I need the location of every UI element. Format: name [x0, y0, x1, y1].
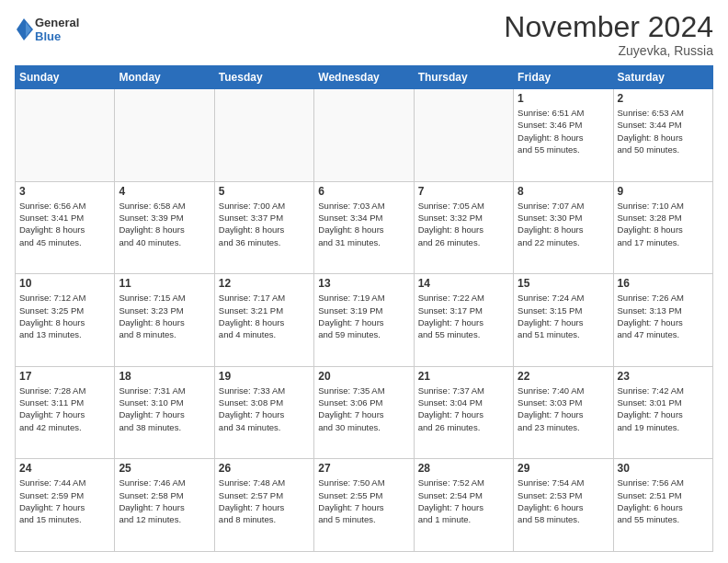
calendar-cell: 6Sunrise: 7:03 AM Sunset: 3:34 PM Daylig…: [314, 181, 414, 274]
calendar-cell: 7Sunrise: 7:05 AM Sunset: 3:32 PM Daylig…: [414, 181, 513, 274]
day-info: Sunrise: 7:44 AM Sunset: 2:59 PM Dayligh…: [19, 477, 110, 525]
day-number: 8: [518, 185, 609, 198]
page: General Blue November 2024 Zuyevka, Russ…: [0, 0, 728, 563]
day-info: Sunrise: 7:37 AM Sunset: 3:04 PM Dayligh…: [418, 385, 509, 433]
weekday-header-sunday: Sunday: [16, 66, 115, 89]
day-info: Sunrise: 7:03 AM Sunset: 3:34 PM Dayligh…: [318, 200, 409, 248]
calendar-cell: 23Sunrise: 7:42 AM Sunset: 3:01 PM Dayli…: [613, 366, 712, 459]
day-info: Sunrise: 7:28 AM Sunset: 3:11 PM Dayligh…: [19, 385, 110, 433]
day-number: 6: [318, 185, 409, 198]
calendar-cell: [214, 89, 313, 182]
calendar-cell: 3Sunrise: 6:56 AM Sunset: 3:41 PM Daylig…: [16, 181, 115, 274]
day-number: 30: [618, 462, 709, 475]
calendar-cell: 21Sunrise: 7:37 AM Sunset: 3:04 PM Dayli…: [414, 366, 513, 459]
day-info: Sunrise: 7:31 AM Sunset: 3:10 PM Dayligh…: [119, 385, 210, 433]
calendar-cell: 5Sunrise: 7:00 AM Sunset: 3:37 PM Daylig…: [214, 181, 313, 274]
day-number: 18: [119, 370, 210, 383]
calendar-cell: 14Sunrise: 7:22 AM Sunset: 3:17 PM Dayli…: [414, 274, 513, 367]
day-info: Sunrise: 7:12 AM Sunset: 3:25 PM Dayligh…: [19, 292, 110, 340]
weekday-header-tuesday: Tuesday: [214, 66, 313, 89]
calendar-cell: 1Sunrise: 6:51 AM Sunset: 3:46 PM Daylig…: [514, 89, 613, 182]
day-number: 10: [19, 277, 110, 290]
calendar-cell: 24Sunrise: 7:44 AM Sunset: 2:59 PM Dayli…: [16, 459, 115, 552]
calendar-cell: 9Sunrise: 7:10 AM Sunset: 3:28 PM Daylig…: [613, 181, 712, 274]
day-info: Sunrise: 6:53 AM Sunset: 3:44 PM Dayligh…: [618, 107, 709, 155]
calendar-cell: [314, 89, 414, 182]
day-number: 1: [518, 92, 609, 105]
day-number: 3: [19, 185, 110, 198]
weekday-header-wednesday: Wednesday: [314, 66, 414, 89]
location: Zuyevka, Russia: [504, 43, 713, 58]
svg-text:Blue: Blue: [35, 29, 61, 43]
day-number: 2: [618, 92, 709, 105]
logo-svg: General Blue: [15, 11, 88, 48]
day-info: Sunrise: 7:24 AM Sunset: 3:15 PM Dayligh…: [518, 292, 609, 340]
day-info: Sunrise: 6:51 AM Sunset: 3:46 PM Dayligh…: [518, 107, 609, 155]
day-number: 17: [19, 370, 110, 383]
day-info: Sunrise: 7:33 AM Sunset: 3:08 PM Dayligh…: [219, 385, 310, 433]
calendar-cell: 8Sunrise: 7:07 AM Sunset: 3:30 PM Daylig…: [514, 181, 613, 274]
day-info: Sunrise: 7:56 AM Sunset: 2:51 PM Dayligh…: [618, 477, 709, 525]
calendar-cell: 4Sunrise: 6:58 AM Sunset: 3:39 PM Daylig…: [115, 181, 214, 274]
day-number: 9: [618, 185, 709, 198]
calendar-cell: 11Sunrise: 7:15 AM Sunset: 3:23 PM Dayli…: [115, 274, 214, 367]
day-number: 19: [219, 370, 310, 383]
calendar-cell: 18Sunrise: 7:31 AM Sunset: 3:10 PM Dayli…: [115, 366, 214, 459]
day-info: Sunrise: 7:46 AM Sunset: 2:58 PM Dayligh…: [119, 477, 210, 525]
day-info: Sunrise: 7:26 AM Sunset: 3:13 PM Dayligh…: [618, 292, 709, 340]
day-info: Sunrise: 7:48 AM Sunset: 2:57 PM Dayligh…: [219, 477, 310, 525]
day-info: Sunrise: 6:56 AM Sunset: 3:41 PM Dayligh…: [19, 200, 110, 248]
calendar-cell: 12Sunrise: 7:17 AM Sunset: 3:21 PM Dayli…: [214, 274, 313, 367]
logo: General Blue: [15, 11, 88, 48]
day-number: 24: [19, 462, 110, 475]
calendar-cell: 17Sunrise: 7:28 AM Sunset: 3:11 PM Dayli…: [16, 366, 115, 459]
day-number: 21: [418, 370, 509, 383]
day-number: 13: [318, 277, 409, 290]
day-number: 5: [219, 185, 310, 198]
day-info: Sunrise: 7:17 AM Sunset: 3:21 PM Dayligh…: [219, 292, 310, 340]
day-info: Sunrise: 6:58 AM Sunset: 3:39 PM Dayligh…: [119, 200, 210, 248]
header: General Blue November 2024 Zuyevka, Russ…: [15, 11, 713, 58]
weekday-header-monday: Monday: [115, 66, 214, 89]
calendar-cell: 10Sunrise: 7:12 AM Sunset: 3:25 PM Dayli…: [16, 274, 115, 367]
day-number: 29: [518, 462, 609, 475]
calendar-table: SundayMondayTuesdayWednesdayThursdayFrid…: [15, 65, 713, 552]
day-number: 7: [418, 185, 509, 198]
day-number: 22: [518, 370, 609, 383]
day-number: 26: [219, 462, 310, 475]
calendar-cell: 27Sunrise: 7:50 AM Sunset: 2:55 PM Dayli…: [314, 459, 414, 552]
weekday-header-friday: Friday: [514, 66, 613, 89]
calendar-cell: 15Sunrise: 7:24 AM Sunset: 3:15 PM Dayli…: [514, 274, 613, 367]
day-info: Sunrise: 7:42 AM Sunset: 3:01 PM Dayligh…: [618, 385, 709, 433]
day-info: Sunrise: 7:22 AM Sunset: 3:17 PM Dayligh…: [418, 292, 509, 340]
day-number: 20: [318, 370, 409, 383]
svg-text:General: General: [35, 16, 79, 29]
calendar-cell: 13Sunrise: 7:19 AM Sunset: 3:19 PM Dayli…: [314, 274, 414, 367]
calendar-cell: 26Sunrise: 7:48 AM Sunset: 2:57 PM Dayli…: [214, 459, 313, 552]
day-info: Sunrise: 7:07 AM Sunset: 3:30 PM Dayligh…: [518, 200, 609, 248]
calendar-cell: 16Sunrise: 7:26 AM Sunset: 3:13 PM Dayli…: [613, 274, 712, 367]
day-number: 16: [618, 277, 709, 290]
day-number: 27: [318, 462, 409, 475]
calendar-cell: 19Sunrise: 7:33 AM Sunset: 3:08 PM Dayli…: [214, 366, 313, 459]
day-number: 11: [119, 277, 210, 290]
calendar-cell: 20Sunrise: 7:35 AM Sunset: 3:06 PM Dayli…: [314, 366, 414, 459]
day-info: Sunrise: 7:52 AM Sunset: 2:54 PM Dayligh…: [418, 477, 509, 525]
calendar-cell: 30Sunrise: 7:56 AM Sunset: 2:51 PM Dayli…: [613, 459, 712, 552]
calendar-cell: 2Sunrise: 6:53 AM Sunset: 3:44 PM Daylig…: [613, 89, 712, 182]
title-block: November 2024 Zuyevka, Russia: [504, 11, 713, 58]
calendar-cell: 29Sunrise: 7:54 AM Sunset: 2:53 PM Dayli…: [514, 459, 613, 552]
day-info: Sunrise: 7:35 AM Sunset: 3:06 PM Dayligh…: [318, 385, 409, 433]
day-info: Sunrise: 7:15 AM Sunset: 3:23 PM Dayligh…: [119, 292, 210, 340]
day-number: 23: [618, 370, 709, 383]
day-info: Sunrise: 7:40 AM Sunset: 3:03 PM Dayligh…: [518, 385, 609, 433]
weekday-header-thursday: Thursday: [414, 66, 513, 89]
month-title: November 2024: [504, 11, 713, 43]
day-info: Sunrise: 7:00 AM Sunset: 3:37 PM Dayligh…: [219, 200, 310, 248]
day-info: Sunrise: 7:19 AM Sunset: 3:19 PM Dayligh…: [318, 292, 409, 340]
calendar-cell: 28Sunrise: 7:52 AM Sunset: 2:54 PM Dayli…: [414, 459, 513, 552]
weekday-header-saturday: Saturday: [613, 66, 712, 89]
day-number: 25: [119, 462, 210, 475]
calendar-cell: [115, 89, 214, 182]
day-info: Sunrise: 7:54 AM Sunset: 2:53 PM Dayligh…: [518, 477, 609, 525]
